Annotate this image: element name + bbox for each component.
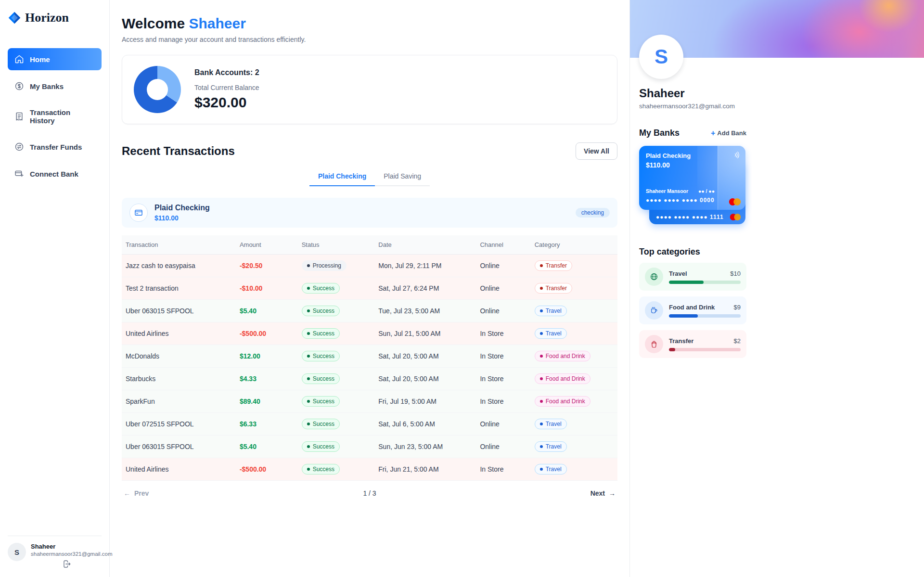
- category-progress-fill: [669, 348, 675, 351]
- category-dot: [540, 377, 543, 380]
- arrow-right-icon: →: [609, 489, 616, 497]
- transactions-table: Transaction Amount Status Date Channel C…: [122, 235, 617, 481]
- transaction-name: Test 2 transaction: [122, 277, 236, 300]
- prev-page-button[interactable]: ←Prev: [124, 489, 149, 497]
- logout-icon: [63, 560, 113, 568]
- bank-info-banner[interactable]: Plaid Checking $110.00 checking: [122, 198, 617, 228]
- status-badge: Success: [302, 373, 340, 384]
- transaction-name: Uber 063015 SFPOOL: [122, 300, 236, 322]
- category-badge: Travel: [535, 306, 567, 316]
- total-balance-box: Bank Accounts: 2 Total Current Balance $…: [122, 55, 617, 124]
- category-amount: $10: [730, 270, 741, 277]
- transaction-date: Sat, Jul 20, 5:00 AM: [374, 345, 476, 368]
- category-dot: [540, 264, 543, 267]
- money-send-icon: [14, 142, 24, 152]
- recent-transactions-title: Recent Transactions: [122, 144, 235, 158]
- category-amount: $2: [734, 337, 741, 345]
- profile-avatar: S: [639, 35, 683, 79]
- transaction-channel: Online: [476, 255, 530, 277]
- logout-button[interactable]: [63, 560, 113, 568]
- transaction-amount: $5.40: [240, 307, 257, 315]
- category-dot: [540, 445, 543, 448]
- transaction-channel: Online: [476, 300, 530, 322]
- transaction-name: SparkFun: [122, 390, 236, 413]
- category-badge: Transfer: [535, 260, 572, 271]
- transaction-channel: In Store: [476, 458, 530, 481]
- donut-hole: [147, 79, 168, 100]
- category-badge: Food and Drink: [535, 373, 590, 384]
- category-progress-fill: [669, 314, 698, 318]
- dollar-circle-icon: [14, 81, 24, 91]
- sidebar-item-home[interactable]: Home: [8, 48, 102, 70]
- sidebar-item-transaction-history[interactable]: Transaction History: [8, 102, 102, 131]
- category-label: Transfer: [669, 337, 693, 345]
- receipt-icon: [14, 112, 24, 121]
- status-badge: Success: [302, 396, 340, 407]
- transaction-name: Jazz cash to easypaisa: [122, 255, 236, 277]
- transaction-channel: In Store: [476, 322, 530, 345]
- brand-name: Horizon: [25, 11, 69, 25]
- sidebar-user-footer: S Shaheer shaheermansoor321@gmail.com: [8, 536, 102, 568]
- col-category: Category: [531, 235, 617, 255]
- sidebar-item-connect-bank[interactable]: Connect Bank: [8, 163, 102, 185]
- category-label: Transfer: [546, 262, 567, 269]
- status-label: Success: [313, 443, 334, 450]
- tab-plaid-saving[interactable]: Plaid Saving: [375, 168, 430, 186]
- sidebar-item-label: Transaction History: [30, 108, 95, 125]
- category-amount: $9: [734, 304, 741, 311]
- category-label: Travel: [546, 308, 562, 314]
- category-dot: [540, 287, 543, 290]
- transaction-channel: Online: [476, 413, 530, 436]
- category-dot: [540, 423, 543, 425]
- transaction-amount: -$10.00: [240, 284, 262, 292]
- transaction-row: SparkFun $89.40 Success Fri, Jul 19, 5:0…: [122, 390, 617, 413]
- category-label: Food and Drink: [546, 375, 585, 382]
- logo[interactable]: Horizon: [8, 11, 102, 25]
- status-label: Success: [313, 375, 334, 382]
- account-type-badge: checking: [576, 208, 610, 218]
- view-all-button[interactable]: View All: [576, 142, 617, 160]
- status-badge: Success: [302, 283, 340, 294]
- greeting-text: Welcome: [122, 15, 185, 31]
- profile-initial: S: [654, 45, 668, 68]
- category-label: Travel: [669, 270, 687, 277]
- transaction-row: Uber 063015 SFPOOL $5.40 Success Sun, Ju…: [122, 436, 617, 458]
- status-dot: [307, 445, 310, 448]
- user-email: shaheermansoor321@gmail.com: [31, 551, 113, 557]
- category-badge: Food and Drink: [535, 351, 590, 361]
- sidebar-nav: Home My Banks Transaction History Transf…: [8, 48, 102, 185]
- page-indicator: 1 / 3: [363, 489, 376, 497]
- transaction-date: Sun, Jun 23, 5:00 AM: [374, 436, 476, 458]
- transaction-channel: In Store: [476, 368, 530, 390]
- status-badge: Success: [302, 441, 340, 452]
- food-and-drink-category-icon: [645, 301, 663, 320]
- tab-plaid-checking[interactable]: Plaid Checking: [309, 168, 375, 186]
- category-dot: [540, 468, 543, 471]
- pagination: ←Prev 1 / 3 Next→: [122, 481, 617, 507]
- status-dot: [307, 287, 310, 290]
- page-title: Welcome Shaheer: [122, 15, 617, 32]
- col-channel: Channel: [476, 235, 530, 255]
- category-label: Travel: [546, 330, 562, 337]
- secondary-card-number: ●●●● ●●●● ●●●● 1111: [656, 214, 724, 220]
- category-label: Transfer: [546, 285, 567, 292]
- transaction-row: Jazz cash to easypaisa -$20.50 Processin…: [122, 255, 617, 277]
- category-item-food-and-drink: Food and Drink $9: [639, 296, 746, 324]
- category-badge: Travel: [535, 464, 567, 474]
- sidebar-item-my-banks[interactable]: My Banks: [8, 75, 102, 97]
- next-page-button[interactable]: Next→: [590, 489, 616, 497]
- bank-card-primary[interactable]: Plaid Checking $110.00 Shaheer Mansoor ●…: [639, 146, 745, 210]
- category-badge: Travel: [535, 419, 567, 429]
- plus-icon: +: [711, 129, 715, 137]
- category-label: Food and Drink: [546, 398, 585, 405]
- home-icon: [14, 54, 24, 64]
- sidebar-item-transfer-funds[interactable]: Transfer Funds: [8, 136, 102, 158]
- card-expiry: ●● / ●●: [698, 188, 715, 194]
- transaction-date: Sat, Jul 20, 5:00 AM: [374, 368, 476, 390]
- prev-label: Prev: [134, 489, 149, 497]
- add-bank-button[interactable]: +Add Bank: [711, 129, 746, 137]
- category-badge: Travel: [535, 328, 567, 339]
- transaction-date: Fri, Jul 19, 5:00 AM: [374, 390, 476, 413]
- user-avatar: S: [8, 543, 26, 561]
- connect-bank-icon: [14, 169, 24, 179]
